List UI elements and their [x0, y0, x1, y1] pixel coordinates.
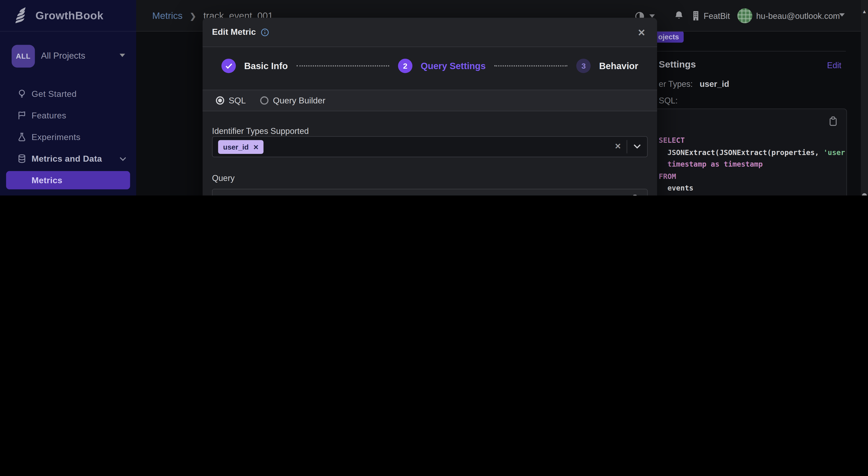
brand-name[interactable]: GrowthBook [35, 9, 104, 22]
project-scope-badge[interactable]: ALL [11, 45, 35, 67]
sidebar-item-metrics-and-data[interactable]: Metrics and Data [0, 148, 136, 169]
sql-label: SQL: [659, 96, 678, 105]
identifier-types-value: user_id [700, 79, 729, 88]
sidebar-item-experiments[interactable]: Experiments [0, 126, 136, 148]
wizard-stepper: Basic Info 2 Query Settings 3 Behavior [203, 59, 657, 73]
radio-sql[interactable]: SQL [216, 95, 246, 106]
modal-header: Edit Metric ✕ [203, 18, 657, 47]
chevron-down-icon[interactable] [633, 144, 641, 149]
breadcrumb-metrics-link[interactable]: Metrics [152, 10, 183, 21]
radio-unselected-icon [260, 96, 269, 105]
step-label: Basic Info [244, 61, 288, 71]
sidebar-item-features[interactable]: Features [0, 105, 136, 126]
query-label: Query [212, 173, 235, 182]
page-scrollbar-thumb[interactable] [862, 193, 867, 196]
detail-sql-code: SELECT JSONExtract(JSONExtract(propertie… [659, 136, 845, 196]
sidebar-nav: Get Started Features Experiments Metrics… [0, 83, 136, 196]
sql-editor-header-label: SQL [221, 195, 236, 196]
sidebar-item-label: Metrics [32, 175, 62, 185]
step-connector [297, 65, 389, 66]
active-item-highlight [6, 171, 130, 189]
identifier-types-label: Identifier Types Supported [212, 126, 309, 136]
query-type-selector: SQL Query Builder [203, 90, 657, 111]
modal-title: Edit Metric [212, 27, 256, 37]
project-caret-icon[interactable] [120, 54, 125, 57]
workspace-name[interactable]: FeatBit [704, 11, 730, 21]
flag-icon [16, 111, 28, 120]
divider [627, 140, 627, 153]
lightbulb-icon [16, 89, 28, 98]
step-number-circle: 3 [577, 59, 591, 73]
theme-caret-icon[interactable] [649, 14, 655, 18]
user-email[interactable]: hu-beau@outlook.com [756, 11, 840, 21]
sidebar: GrowthBook ALL All Projects Get Started … [0, 0, 136, 196]
step-basic-info[interactable]: Basic Info [221, 59, 288, 73]
project-selector[interactable]: All Projects [41, 51, 85, 61]
step-behavior[interactable]: 3 Behavior [577, 59, 638, 73]
remove-tag-icon[interactable]: ✕ [253, 143, 259, 151]
query-settings-edit-link[interactable]: Edit [827, 60, 841, 69]
flask-icon [16, 132, 28, 142]
step-label: Behavior [599, 61, 638, 71]
sidebar-item-get-started[interactable]: Get Started [0, 83, 136, 105]
clear-all-icon[interactable]: ✕ [615, 142, 621, 151]
sidebar-item-label: Metrics and Data [32, 154, 102, 164]
database-icon [16, 154, 28, 163]
sql-editor: SQL 1SELECT2 JSONExtract(JSONExtract(pro… [212, 189, 648, 196]
user-menu-caret-icon[interactable] [839, 13, 845, 17]
step-connector [495, 65, 567, 66]
radio-label: Query Builder [273, 95, 326, 106]
identifier-tag[interactable]: user_id ✕ [218, 140, 264, 154]
breadcrumb-chevron-icon: ❯ [190, 11, 196, 20]
chevron-down-icon [120, 156, 126, 161]
identifier-types-label: er Types: [659, 79, 693, 88]
user-avatar[interactable] [737, 8, 752, 23]
workspace-building-icon[interactable] [691, 10, 700, 21]
step-number-circle: 2 [398, 59, 412, 73]
tag-label: user_id [223, 143, 249, 151]
notifications-bell-icon[interactable] [674, 10, 684, 21]
sql-editor-header: SQL [213, 189, 647, 196]
copy-sql-icon[interactable] [829, 116, 838, 126]
step-label: Query Settings [421, 61, 486, 71]
step-query-settings[interactable]: 2 Query Settings [398, 59, 486, 73]
sidebar-item-label: Get Started [32, 89, 76, 99]
step-done-circle [221, 59, 236, 73]
radio-query-builder[interactable]: Query Builder [260, 95, 326, 106]
app-root: Metrics ❯ track_event_001 FeatBit hu-bea… [0, 0, 868, 196]
sidebar-item-fact-tables[interactable]: Fact Tables beta [0, 191, 136, 196]
sidebar-item-label: Features [32, 111, 66, 120]
sidebar-header: GrowthBook [0, 0, 136, 32]
close-icon[interactable]: ✕ [638, 27, 646, 39]
sidebar-item-metrics[interactable]: Metrics [0, 169, 136, 191]
radio-selected-icon [216, 96, 224, 105]
page-scrollbar[interactable]: ▲ ▼ [861, 0, 868, 196]
scroll-up-arrow-icon[interactable]: ▲ [861, 9, 868, 14]
query-settings-heading: Settings [659, 59, 696, 70]
clipboard-copy-icon[interactable] [630, 195, 639, 196]
sidebar-item-label: Experiments [32, 132, 81, 142]
growthbook-logo-icon[interactable] [12, 6, 30, 25]
info-icon[interactable] [261, 28, 269, 36]
radio-label: SQL [229, 95, 246, 106]
identifier-types-input[interactable]: user_id ✕ ✕ [212, 136, 648, 157]
edit-metric-modal: Edit Metric ✕ Basic Info 2 Query Setting… [203, 18, 657, 196]
